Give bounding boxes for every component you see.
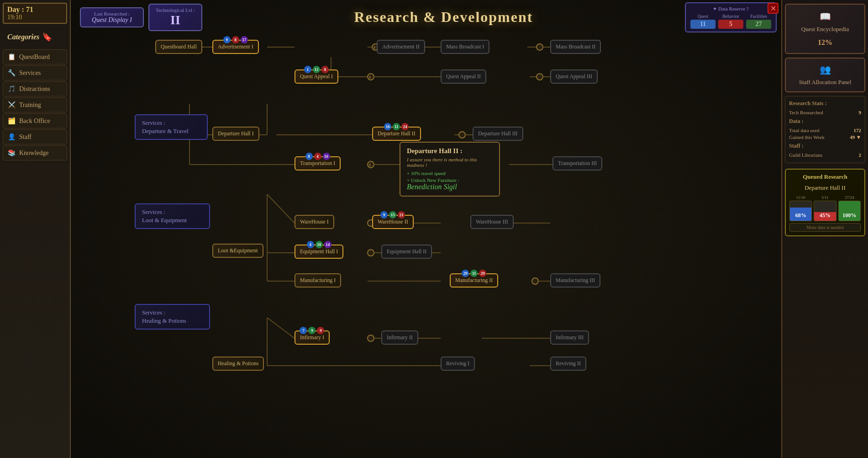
badge-blue: 8 bbox=[305, 153, 313, 160]
node-infirmary-3[interactable]: Infirmary III bbox=[550, 330, 589, 345]
sidebar-item-distractions[interactable]: 🎵 Distractions bbox=[3, 81, 67, 96]
quest-appeal-1-badges: 1 12 8 bbox=[304, 66, 329, 73]
data-reserve-icon: ✦ bbox=[713, 6, 717, 11]
badge-blue: 9 bbox=[223, 36, 231, 43]
bookmark-icon: 🔖 bbox=[42, 32, 52, 42]
node-departure-hall-3[interactable]: Departure Hall III bbox=[473, 127, 523, 141]
content-area: Last Researched : Quest Display I Techno… bbox=[71, 0, 781, 458]
behavior-stat: Behavior 5 bbox=[718, 14, 743, 29]
node-healing-potions[interactable]: Healing & Potions bbox=[212, 357, 264, 371]
data-reserve-help[interactable]: ? bbox=[747, 6, 749, 11]
sidebar-item-knowledge[interactable]: 📚 Knowledge bbox=[3, 145, 67, 160]
svg-point-7 bbox=[537, 44, 543, 50]
loot-equipment-label: Loot &Equipment bbox=[218, 247, 258, 254]
gained-week-label: Gained this Week bbox=[789, 134, 825, 140]
node-quest-appeal-1[interactable]: 1 12 8 Quest Appeal I bbox=[295, 69, 338, 84]
svg-text:8: 8 bbox=[369, 75, 371, 80]
node-advertisement-2[interactable]: Advertisement II bbox=[377, 40, 425, 54]
services-icon: 🔧 bbox=[8, 69, 16, 77]
node-advertisement-1[interactable]: 9 8 17 Advertisement I bbox=[212, 40, 259, 54]
node-infirmary-2[interactable]: Infirmary II bbox=[381, 330, 418, 345]
staff-alloc-icon: 👥 bbox=[820, 64, 831, 75]
more-data-note: More data is needed bbox=[789, 223, 861, 232]
gained-week-row: Gained this Week 49 ▼ bbox=[789, 134, 861, 140]
node-transportation-1[interactable]: 8 4 16 Transportation I bbox=[295, 156, 341, 170]
sidebar-item-label: Services bbox=[19, 69, 41, 77]
questboard-icon: 📋 bbox=[8, 53, 16, 61]
node-manufacturing-3[interactable]: Manufacturing III bbox=[550, 273, 600, 288]
infirmary-3-label: Infirmary III bbox=[556, 334, 584, 341]
quest-enc-label: Quest Encyclopedia bbox=[801, 26, 849, 33]
close-button[interactable]: ✕ bbox=[768, 3, 779, 14]
node-transportation-3[interactable]: Transportation III bbox=[552, 156, 602, 170]
sidebar-item-backoffice[interactable]: 🗂️ Back Office bbox=[3, 113, 67, 128]
node-mass-broadcast-1[interactable]: Mass Broadcast I bbox=[441, 40, 489, 54]
staff-allocation-button[interactable]: 👥 Staff Allocation Panel bbox=[785, 58, 865, 92]
sidebar-item-services[interactable]: 🔧 Services bbox=[3, 65, 67, 80]
healing-label: Services : bbox=[142, 309, 203, 317]
node-equipment-hall-1[interactable]: 4 10 14 Equipment Hall I bbox=[295, 245, 343, 259]
node-mass-broadcast-2[interactable]: Mass Broadcast II bbox=[550, 40, 601, 54]
node-departure-hall-1[interactable]: Departure Hall I bbox=[212, 127, 259, 141]
facilities-stat-label: Facilities bbox=[746, 14, 771, 19]
progress-bar-container-3: 100% bbox=[838, 201, 861, 221]
node-reviving-1[interactable]: Reviving I bbox=[441, 357, 475, 371]
node-questboard-hall[interactable]: Questboard Hall bbox=[155, 40, 202, 54]
data-reserve-stats: Quest 11 Behavior 5 Facilities 27 bbox=[690, 14, 771, 29]
badge-green: 15 bbox=[389, 211, 396, 218]
sidebar-item-staff[interactable]: 👤 Staff bbox=[3, 129, 67, 144]
badge-blue: 1 bbox=[304, 66, 311, 73]
warehouse-2-badges: 9 15 21 bbox=[380, 211, 405, 218]
quest-encyclopedia-button[interactable]: 📖 Quest Encyclopedia 12% bbox=[785, 4, 865, 54]
quest-enc-icon: 📖 bbox=[820, 11, 831, 22]
badge-red: 8 bbox=[321, 66, 329, 73]
manufacturing-3-label: Manufacturing III bbox=[556, 277, 595, 283]
sidebar-item-label: QuestBoard bbox=[19, 53, 50, 61]
node-manufacturing-1[interactable]: Manufacturing I bbox=[295, 273, 341, 288]
node-equipment-hall-2[interactable]: Equipment Hall II bbox=[381, 245, 432, 259]
top-bar: Last Researched : Quest Display I Techno… bbox=[71, 0, 781, 34]
quest-stat: Quest 11 bbox=[690, 14, 715, 29]
categories-label: Categories bbox=[7, 33, 39, 41]
badge-blue: 16 bbox=[384, 123, 391, 130]
mass-broadcast-2-label: Mass Broadcast II bbox=[556, 43, 595, 50]
node-warehouse-3[interactable]: WareHouse III bbox=[470, 215, 514, 229]
node-warehouse-1[interactable]: WareHouse I bbox=[295, 215, 334, 229]
last-researched-label: Last Researched : bbox=[86, 11, 137, 16]
node-reviving-2[interactable]: Reviving II bbox=[550, 357, 586, 371]
node-quest-appeal-2[interactable]: Quest Appeal II bbox=[441, 69, 486, 84]
sidebar-items: 📋 QuestBoard 🔧 Services 🎵 Distractions ⚔… bbox=[0, 48, 70, 458]
healing-potions-label: Healing & Potions bbox=[218, 360, 258, 367]
data-title: Data : bbox=[789, 118, 861, 125]
sidebar-item-training[interactable]: ⚔️ Training bbox=[3, 97, 67, 112]
distractions-icon: 🎵 bbox=[8, 85, 16, 93]
node-infirmary-1[interactable]: 7 9 9 Infirmary I bbox=[295, 330, 330, 345]
warehouse-3-label: WareHouse III bbox=[476, 218, 508, 225]
staff-icon: 👤 bbox=[8, 133, 16, 141]
questboard-hall-label: Questboard Hall bbox=[161, 43, 197, 50]
tooltip-unlock: + Unlock New Furniture : bbox=[407, 177, 493, 183]
svg-point-23 bbox=[459, 132, 465, 138]
badge-green: 11 bbox=[393, 123, 400, 130]
data-reserve-label: Data Reserve bbox=[718, 6, 745, 11]
behavior-stat-value: 5 bbox=[718, 20, 743, 29]
node-loot-equipment[interactable]: Loot &Equipment bbox=[212, 244, 263, 258]
research-stats-panel: Research Stats : Tech Researched 9 Data … bbox=[785, 96, 865, 163]
quest-enc-pct: 12% bbox=[818, 38, 832, 47]
node-quest-appeal-3[interactable]: Quest Appeal III bbox=[550, 69, 598, 84]
right-panel: 📖 Quest Encyclopedia 12% 👥 Staff Allocat… bbox=[781, 0, 868, 458]
badge-green: 12 bbox=[313, 66, 320, 73]
section-healing: Services : Healing & Potions bbox=[135, 304, 210, 330]
badge-blue: 4 bbox=[307, 241, 314, 248]
sidebar-item-questboard[interactable]: 📋 QuestBoard bbox=[3, 49, 67, 64]
advertisement-2-label: Advertisement II bbox=[382, 43, 420, 50]
svg-line-49 bbox=[267, 318, 295, 338]
svg-point-12 bbox=[368, 74, 374, 80]
node-departure-hall-2[interactable]: 16 11 24 Departure Hall II bbox=[372, 127, 421, 141]
departure-label: Services : bbox=[142, 119, 200, 127]
node-manufacturing-2[interactable]: 29 11 29 Manufacturing II bbox=[450, 273, 498, 288]
quest-appeal-3-label: Quest Appeal III bbox=[556, 73, 592, 80]
loot-label2: Loot & Equipment bbox=[142, 216, 203, 224]
data-reserve-panel: ✦ Data Reserve ? Quest 11 Behavior 5 Fac… bbox=[685, 2, 777, 32]
node-warehouse-2[interactable]: 9 15 21 WareHouse II bbox=[372, 215, 414, 229]
